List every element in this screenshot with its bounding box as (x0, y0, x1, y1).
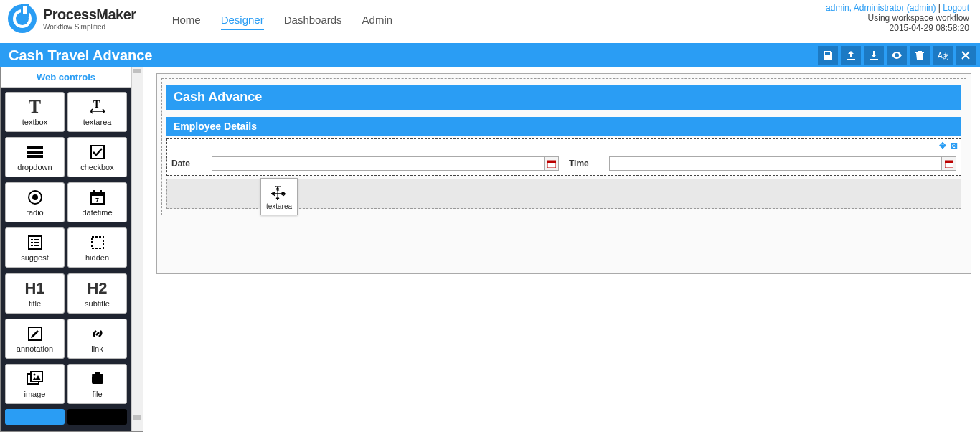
control-annotation[interactable]: annotation (5, 319, 65, 359)
svg-rect-8 (27, 151, 43, 154)
close-button[interactable] (956, 46, 976, 65)
date-label: Date (171, 159, 207, 169)
svg-rect-21 (31, 245, 33, 246)
control-checkbox[interactable]: checkbox (67, 137, 127, 177)
svg-point-12 (32, 194, 38, 200)
user-label-link[interactable]: admin, Administrator (admin) (826, 3, 936, 13)
dragging-label: textarea (266, 202, 292, 210)
preview-button[interactable] (887, 46, 907, 65)
svg-text:T: T (275, 184, 281, 192)
designer-titlebar: Cash Travel Advance Aあ (0, 43, 980, 67)
control-swatch-black[interactable] (67, 409, 127, 425)
time-label: Time (569, 159, 605, 169)
control-suggest[interactable]: suggest (5, 227, 65, 268)
controls-sidebar: Web controls Ttextbox Ttextarea dropdown… (1, 67, 131, 431)
control-textbox[interactable]: Ttextbox (5, 92, 65, 132)
canvas-area: Cash Advance Employee Details ✥ ⊠ Date (143, 67, 980, 432)
control-subtitle[interactable]: H2subtitle (67, 273, 127, 314)
app-tagline: Workflow Simplified (43, 23, 136, 31)
control-datetime[interactable]: 7datetime (67, 182, 127, 222)
time-input[interactable] (610, 157, 941, 170)
svg-text:Aあ: Aあ (938, 52, 948, 60)
form-row-datetime[interactable]: ✥ ⊠ Date Time (166, 138, 961, 176)
field-date: Date (171, 156, 559, 171)
svg-text:T: T (93, 99, 100, 110)
svg-rect-36 (945, 161, 953, 163)
svg-rect-15 (93, 190, 95, 194)
workspace-name: workflow (936, 13, 969, 23)
field-time: Time (569, 156, 956, 171)
drop-zone-row[interactable]: T textarea (166, 179, 961, 209)
row-delete-icon[interactable]: ⊠ (949, 141, 959, 151)
control-radio[interactable]: radio (5, 182, 65, 222)
workspace-prefix: Using workspace (868, 13, 936, 23)
svg-rect-9 (27, 155, 43, 158)
main-area: Web controls Ttextbox Ttextarea dropdown… (0, 67, 980, 432)
svg-rect-34 (547, 161, 556, 163)
svg-point-29 (33, 373, 35, 375)
save-button[interactable] (818, 46, 838, 65)
form-canvas: Cash Advance Employee Details ✥ ⊠ Date (156, 73, 971, 274)
sidebar-wrap: Web controls Ttextbox Ttextarea dropdown… (0, 67, 143, 432)
svg-rect-14 (91, 192, 104, 196)
language-button[interactable]: Aあ (933, 46, 953, 65)
delete-button[interactable] (910, 46, 930, 65)
svg-rect-16 (100, 190, 102, 194)
header-user-area: admin, Administrator (admin) | Logout Us… (826, 3, 969, 33)
svg-rect-24 (34, 245, 39, 246)
app-name: ProcessMaker (43, 6, 136, 23)
logout-link[interactable]: Logout (943, 3, 969, 13)
svg-rect-20 (31, 242, 33, 243)
control-file[interactable]: file (67, 364, 127, 404)
date-input[interactable] (212, 157, 544, 170)
form-inner: Cash Advance Employee Details ✥ ⊠ Date (161, 78, 966, 215)
process-title: Cash Travel Advance (9, 47, 152, 64)
svg-rect-30 (92, 375, 103, 384)
export-button[interactable] (841, 46, 861, 65)
nav-designer[interactable]: Designer (221, 14, 264, 30)
svg-rect-22 (34, 239, 39, 240)
control-dropdown[interactable]: dropdown (5, 137, 65, 177)
form-subtitle[interactable]: Employee Details (166, 117, 961, 136)
svg-rect-7 (27, 146, 43, 149)
svg-rect-19 (31, 239, 33, 240)
control-hidden[interactable]: hidden (67, 227, 127, 268)
row-move-icon[interactable]: ✥ (938, 141, 948, 151)
svg-rect-32 (95, 372, 100, 375)
import-button[interactable] (864, 46, 884, 65)
svg-rect-4 (23, 6, 27, 14)
svg-text:7: 7 (95, 197, 99, 204)
form-title[interactable]: Cash Advance (166, 85, 961, 110)
sidebar-scrollbar[interactable] (131, 67, 143, 431)
dragging-textarea-ghost: T textarea (260, 178, 298, 215)
main-nav: Home Designer Dashboards Admin (172, 4, 392, 30)
nav-admin[interactable]: Admin (362, 14, 393, 30)
control-textarea[interactable]: Ttextarea (67, 92, 127, 132)
nav-home[interactable]: Home (172, 14, 201, 30)
control-title[interactable]: H1title (5, 273, 65, 314)
date-calendar-icon[interactable] (544, 157, 558, 170)
timestamp: 2015-04-29 08:58:20 (826, 23, 969, 33)
control-image[interactable]: image (5, 364, 65, 404)
nav-dashboards[interactable]: Dashboards (284, 14, 342, 30)
sidebar-header: Web controls (1, 67, 131, 88)
control-link[interactable]: link (67, 319, 127, 359)
time-calendar-icon[interactable] (941, 157, 956, 170)
control-swatch-blue[interactable] (5, 409, 65, 425)
logo-icon (7, 4, 37, 34)
app-header: ProcessMaker Workflow Simplified Home De… (0, 0, 980, 43)
logo-area: ProcessMaker Workflow Simplified (7, 4, 136, 34)
controls-grid: Ttextbox Ttextarea dropdown checkbox rad… (1, 88, 131, 431)
svg-rect-25 (92, 237, 103, 248)
titlebar-actions: Aあ (818, 46, 976, 65)
svg-rect-23 (34, 242, 39, 243)
